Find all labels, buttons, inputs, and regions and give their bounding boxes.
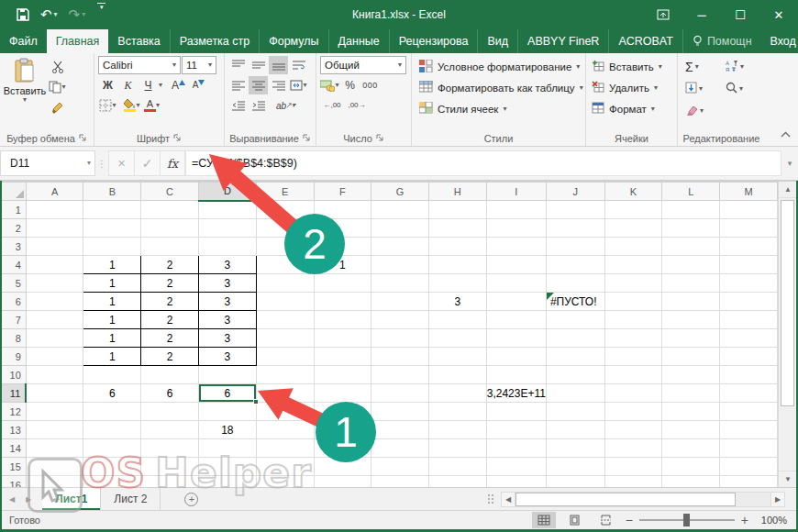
cell[interactable] bbox=[26, 201, 83, 219]
zoom-slider[interactable] bbox=[639, 519, 735, 521]
minimize-button[interactable]: ─ bbox=[682, 0, 721, 29]
cell[interactable] bbox=[314, 348, 371, 366]
number-dialog-launcher[interactable] bbox=[376, 134, 384, 142]
cell[interactable] bbox=[720, 384, 778, 403]
cell[interactable] bbox=[256, 384, 314, 403]
cell[interactable] bbox=[26, 421, 83, 439]
align-center-button[interactable] bbox=[249, 76, 268, 94]
cell[interactable] bbox=[662, 219, 720, 238]
align-top-button[interactable] bbox=[228, 56, 248, 74]
decrease-indent-button[interactable] bbox=[228, 96, 248, 115]
cell[interactable] bbox=[486, 274, 546, 293]
cell[interactable] bbox=[26, 311, 83, 329]
cell[interactable] bbox=[662, 458, 720, 476]
cell[interactable] bbox=[486, 201, 546, 219]
align-right-button[interactable] bbox=[269, 76, 288, 94]
cell[interactable] bbox=[662, 274, 720, 293]
cell[interactable] bbox=[486, 293, 546, 311]
zoom-out-button[interactable]: − bbox=[626, 514, 633, 526]
cell[interactable] bbox=[604, 293, 662, 311]
cell[interactable] bbox=[26, 366, 83, 384]
cell[interactable] bbox=[198, 238, 256, 256]
number-format-combo[interactable]: Общий▾ bbox=[320, 56, 406, 74]
tab-data[interactable]: Данные bbox=[328, 29, 389, 53]
cell[interactable] bbox=[371, 439, 429, 458]
percent-style-button[interactable]: % bbox=[340, 76, 360, 94]
cell[interactable] bbox=[198, 366, 256, 384]
cell-J6[interactable]: #ПУСТО! bbox=[546, 293, 604, 311]
cell[interactable] bbox=[371, 238, 429, 256]
tab-abbyy[interactable]: ABBYY FineR bbox=[517, 29, 608, 53]
borders-button[interactable]: ▾ bbox=[98, 96, 117, 115]
cell[interactable] bbox=[604, 201, 662, 219]
cell[interactable] bbox=[604, 384, 662, 403]
cell[interactable] bbox=[256, 256, 314, 274]
cell[interactable] bbox=[256, 238, 314, 256]
cell[interactable] bbox=[428, 219, 486, 238]
cell[interactable] bbox=[720, 403, 778, 421]
row-header-14[interactable]: 14 bbox=[1, 439, 27, 458]
tab-review[interactable]: Рецензирова bbox=[389, 29, 478, 53]
tab-formulas[interactable]: Формулы bbox=[259, 29, 327, 53]
page-break-view-button[interactable] bbox=[594, 512, 618, 528]
cell[interactable] bbox=[141, 201, 199, 219]
cell[interactable] bbox=[371, 293, 429, 311]
cell[interactable] bbox=[371, 458, 429, 476]
tab-acrobat[interactable]: ACROBAT bbox=[608, 29, 683, 53]
formula-bar-splitter[interactable]: ⋮ bbox=[95, 159, 108, 169]
cell[interactable] bbox=[371, 201, 429, 219]
align-middle-button[interactable] bbox=[249, 56, 268, 74]
cell[interactable] bbox=[26, 329, 83, 348]
tab-scrollbar-splitter[interactable] bbox=[487, 493, 493, 504]
name-box[interactable]: D11 ▾ bbox=[0, 150, 95, 176]
column-header-A[interactable]: A bbox=[26, 183, 83, 201]
cell[interactable] bbox=[256, 311, 314, 329]
cell[interactable] bbox=[371, 256, 429, 274]
cell[interactable] bbox=[662, 256, 720, 274]
sort-filter-button[interactable]: АЯ ▾ bbox=[722, 59, 762, 75]
cell[interactable] bbox=[314, 403, 371, 421]
cell[interactable] bbox=[428, 201, 486, 219]
cell[interactable] bbox=[26, 439, 83, 458]
cell[interactable] bbox=[198, 403, 256, 421]
find-select-button[interactable]: ▾ bbox=[722, 81, 762, 97]
prev-sheet-arrow[interactable]: ◀ bbox=[9, 495, 15, 504]
zoom-in-button[interactable]: + bbox=[741, 514, 748, 526]
shrink-font-button[interactable]: А bbox=[189, 76, 208, 94]
cell[interactable] bbox=[662, 201, 720, 219]
column-header-F[interactable]: F bbox=[314, 183, 371, 201]
zoom-level-label[interactable]: 100% bbox=[756, 515, 787, 526]
underline-button[interactable]: Ч bbox=[139, 76, 158, 94]
cell[interactable] bbox=[720, 476, 778, 488]
cell[interactable] bbox=[314, 311, 371, 329]
cell[interactable] bbox=[428, 476, 486, 488]
cell[interactable] bbox=[486, 476, 546, 488]
cell[interactable] bbox=[198, 201, 256, 219]
increase-indent-button[interactable] bbox=[249, 96, 268, 115]
row-header-8[interactable]: 8 bbox=[1, 329, 27, 348]
fill-color-button[interactable]: ▾ bbox=[122, 96, 141, 115]
cell-I11[interactable]: 3,2423E+11 bbox=[486, 384, 546, 403]
cell[interactable] bbox=[720, 238, 778, 256]
cell[interactable] bbox=[546, 201, 604, 219]
column-header-C[interactable]: C bbox=[141, 183, 199, 201]
row-header-6[interactable]: 6 bbox=[1, 293, 27, 311]
cell[interactable] bbox=[314, 238, 371, 256]
accounting-format-button[interactable]: ▾ bbox=[320, 76, 339, 94]
row-header-2[interactable]: 2 bbox=[1, 219, 27, 238]
orientation-button[interactable]: ab▾ bbox=[276, 96, 295, 115]
cell[interactable] bbox=[604, 476, 662, 488]
row-header-15[interactable]: 15 bbox=[1, 458, 27, 476]
cell[interactable] bbox=[428, 439, 486, 458]
cell[interactable] bbox=[546, 458, 604, 476]
scroll-up-arrow[interactable]: ▲ bbox=[779, 182, 797, 198]
redo-button[interactable]: ↷▾ bbox=[65, 3, 90, 27]
cell[interactable] bbox=[546, 384, 604, 403]
cell-D9[interactable]: 3 bbox=[198, 348, 256, 366]
cell[interactable] bbox=[26, 348, 83, 366]
cell[interactable] bbox=[486, 311, 546, 329]
clear-button[interactable]: ▾ bbox=[682, 103, 722, 119]
fill-button[interactable]: ▾ bbox=[682, 81, 722, 97]
grow-font-button[interactable]: А bbox=[169, 76, 188, 94]
cell[interactable] bbox=[371, 384, 429, 403]
